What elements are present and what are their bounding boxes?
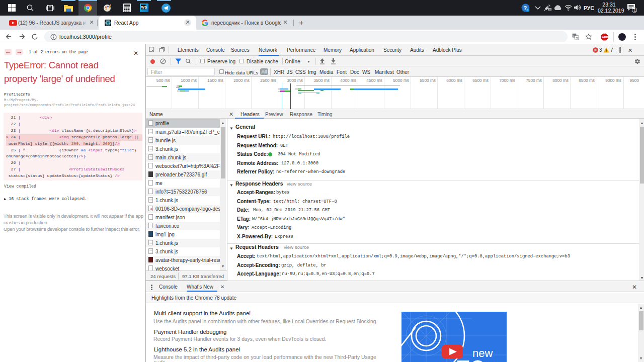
svg-text:文: 文 [576,37,579,40]
svg-text:WS: WS [141,6,147,9]
svg-text:1: 1 [633,8,636,13]
svg-text:78: 78 [456,355,485,362]
svg-text:ABP: ABP [602,36,608,39]
